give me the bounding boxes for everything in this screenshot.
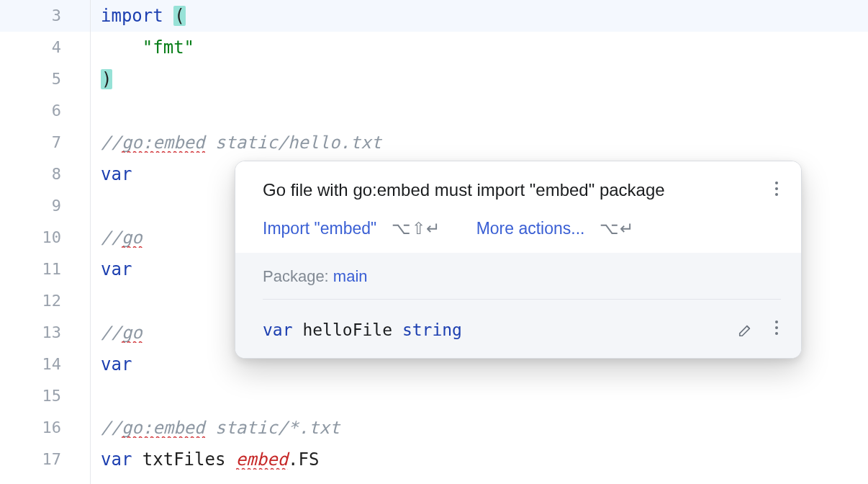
error-underline — [122, 151, 205, 153]
shortcut-label: ⌥⇧↵ — [392, 219, 440, 238]
package-name[interactable]: main — [333, 267, 368, 285]
action-item: More actions... ⌥↵ — [476, 219, 634, 238]
code-area[interactable]: import ( "fmt" ) //go:embed static/hello… — [91, 0, 868, 484]
brace-close-highlight: ) — [101, 69, 112, 89]
line-number[interactable]: 9 — [0, 190, 90, 222]
keyword-import: import — [101, 6, 163, 26]
go-embed-directive: go:embed — [122, 418, 205, 438]
code-line[interactable]: //go:embed static/hello.txt — [91, 127, 868, 158]
popup-title: Go file with go:embed must import "embed… — [263, 180, 665, 200]
line-number[interactable]: 3 — [0, 0, 90, 32]
popup-title-row: Go file with go:embed must import "embed… — [263, 177, 781, 203]
more-options-icon[interactable] — [772, 317, 781, 342]
keyword-var: var — [263, 321, 293, 339]
keyword-var: var — [101, 354, 132, 375]
package-label: Package: — [263, 267, 333, 285]
go-embed-directive: go — [122, 228, 143, 248]
code-line[interactable]: "fmt" — [91, 32, 868, 63]
indent — [101, 37, 143, 58]
line-number[interactable]: 17 — [0, 444, 90, 475]
unresolved-reference: embed — [236, 449, 288, 470]
error-underline — [236, 467, 288, 470]
go-embed-directive: go:embed — [122, 133, 205, 153]
type-name: string — [402, 321, 462, 339]
gutter: 3 4 5 6 7 8 9 10 11 12 13 14 15 16 17 — [0, 0, 91, 484]
inspection-popup: Go file with go:embed must import "embed… — [235, 161, 802, 359]
more-options-icon[interactable] — [772, 177, 781, 203]
keyword-var: var — [101, 164, 132, 184]
declaration-icons — [738, 317, 781, 342]
line-number[interactable]: 5 — [0, 63, 90, 95]
line-number[interactable]: 10 — [0, 222, 90, 254]
line-number[interactable]: 4 — [0, 32, 90, 63]
keyword-var: var — [101, 259, 132, 279]
edit-icon[interactable] — [738, 322, 754, 338]
line-number[interactable]: 6 — [0, 95, 90, 127]
declaration-text: var helloFile string — [263, 321, 462, 339]
vertical-dots-icon — [775, 182, 778, 196]
comment-path: static/*.txt — [205, 418, 340, 438]
package-row: Package: main — [263, 267, 781, 300]
comment-path: static/hello.txt — [205, 133, 382, 153]
line-number[interactable]: 15 — [0, 380, 90, 412]
keyword-var: var — [101, 449, 132, 470]
code-line[interactable]: var txtFiles embed.FS — [91, 444, 868, 475]
line-number[interactable]: 13 — [0, 317, 90, 349]
comment-slashes: // — [101, 323, 122, 343]
comment-slashes: // — [101, 418, 122, 438]
line-number[interactable]: 11 — [0, 254, 90, 285]
more-actions-link[interactable]: More actions... — [476, 219, 585, 238]
go-embed-directive: go — [122, 323, 143, 343]
identifier: txtFiles — [132, 449, 236, 470]
line-number[interactable]: 8 — [0, 158, 90, 190]
code-line[interactable] — [91, 95, 868, 127]
code-line[interactable] — [91, 380, 868, 412]
popup-bottom: Package: main var helloFile string — [235, 253, 801, 358]
brace-open-highlight: ( — [173, 6, 185, 26]
line-number[interactable]: 14 — [0, 349, 90, 380]
code-line[interactable]: ) — [91, 63, 868, 95]
vertical-dots-icon — [775, 321, 778, 335]
line-number[interactable]: 12 — [0, 285, 90, 317]
identifier: helloFile — [293, 321, 402, 339]
string-literal: "fmt" — [143, 37, 194, 58]
popup-top: Go file with go:embed must import "embed… — [235, 161, 801, 253]
code-line[interactable]: //go:embed static/*.txt — [91, 412, 868, 444]
qualifier-tail: .FS — [288, 449, 319, 470]
code-line[interactable]: import ( — [91, 0, 868, 32]
error-underline — [122, 246, 143, 248]
declaration-row: var helloFile string — [263, 300, 781, 342]
comment-slashes: // — [101, 228, 122, 248]
code-editor: 3 4 5 6 7 8 9 10 11 12 13 14 15 16 17 im… — [0, 0, 868, 484]
popup-actions: Import "embed" ⌥⇧↵ More actions... ⌥↵ — [263, 219, 781, 238]
comment-slashes: // — [101, 133, 122, 153]
action-item: Import "embed" ⌥⇧↵ — [263, 219, 440, 238]
line-number[interactable]: 16 — [0, 412, 90, 444]
shortcut-label: ⌥↵ — [600, 219, 634, 238]
line-number[interactable]: 7 — [0, 127, 90, 158]
error-underline — [122, 341, 143, 343]
import-embed-action[interactable]: Import "embed" — [263, 219, 376, 238]
error-underline — [122, 436, 205, 438]
